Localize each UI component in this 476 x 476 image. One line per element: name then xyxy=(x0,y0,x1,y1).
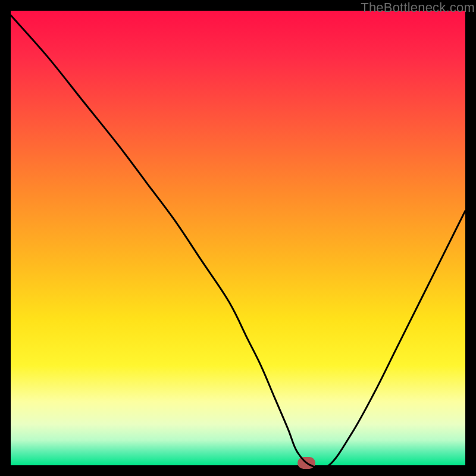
chart-stage: TheBottleneck.com xyxy=(0,0,476,476)
plot-area xyxy=(11,11,465,465)
watermark-text: TheBottleneck.com xyxy=(361,0,475,15)
curve-svg xyxy=(11,11,465,465)
bottleneck-curve xyxy=(11,15,465,469)
